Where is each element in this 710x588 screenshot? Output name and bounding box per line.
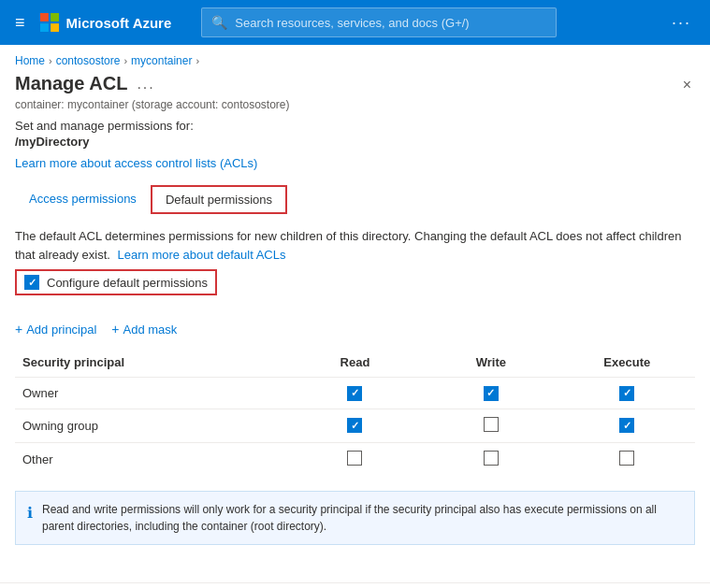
default-acl-description: The default ACL determines permissions f… bbox=[15, 227, 695, 264]
table-row: Other bbox=[15, 442, 695, 476]
breadcrumb-mycontainer[interactable]: mycontainer bbox=[131, 54, 192, 67]
write-checkbox-1[interactable] bbox=[484, 417, 499, 432]
breadcrumb-sep-3: › bbox=[196, 55, 199, 66]
breadcrumb: Home › contosostore › mycontainer › bbox=[0, 45, 710, 73]
add-mask-label: Add mask bbox=[123, 323, 178, 337]
breadcrumb-contosostore[interactable]: contosostore bbox=[56, 54, 121, 67]
panel-more-button[interactable]: ... bbox=[137, 76, 154, 93]
read-checkbox-0[interactable] bbox=[347, 386, 362, 401]
add-principal-button[interactable]: + Add principal bbox=[15, 322, 96, 337]
info-box: ℹ Read and write permissions will only w… bbox=[15, 491, 695, 545]
principal-cell-2: Other bbox=[15, 442, 287, 476]
panel-title-row: Manage ACL ... × bbox=[15, 73, 695, 94]
read-cell-0 bbox=[287, 378, 423, 409]
table-row: Owning group bbox=[15, 409, 695, 442]
execute-cell-1 bbox=[559, 409, 695, 442]
read-cell-1 bbox=[287, 409, 423, 442]
read-checkbox-2[interactable] bbox=[347, 451, 362, 466]
azure-logo: Microsoft Azure bbox=[40, 13, 172, 32]
breadcrumb-home[interactable]: Home bbox=[15, 54, 45, 67]
panel-title: Manage ACL bbox=[15, 73, 127, 94]
write-cell-1 bbox=[423, 409, 558, 442]
write-checkbox-2[interactable] bbox=[484, 451, 499, 466]
add-principal-label: Add principal bbox=[26, 323, 96, 337]
execute-checkbox-2[interactable] bbox=[619, 451, 634, 466]
top-header: ≡ Microsoft Azure 🔍 Search resources, se… bbox=[0, 0, 710, 45]
search-placeholder-text: Search resources, services, and docs (G+… bbox=[235, 16, 469, 30]
add-principal-plus-icon: + bbox=[15, 322, 22, 337]
learn-default-acl-link[interactable]: Learn more about default ACLs bbox=[118, 246, 286, 265]
write-cell-0 bbox=[423, 378, 558, 409]
read-checkbox-1[interactable] bbox=[347, 418, 362, 433]
info-icon: ℹ bbox=[27, 502, 33, 524]
execute-cell-2 bbox=[559, 442, 695, 476]
path-label: /myDirectory bbox=[15, 135, 695, 149]
close-button[interactable]: × bbox=[679, 73, 695, 97]
manage-acl-panel: Manage ACL ... × container: mycontainer … bbox=[0, 73, 710, 575]
permissions-table: Security principal Read Write Execute Ow… bbox=[15, 350, 695, 476]
search-bar[interactable]: 🔍 Search resources, services, and docs (… bbox=[201, 7, 557, 37]
tab-access-permissions[interactable]: Access permissions bbox=[15, 185, 151, 214]
write-cell-2 bbox=[423, 442, 558, 476]
info-text: Read and write permissions will only wor… bbox=[42, 501, 683, 535]
configure-default-label: Configure default permissions bbox=[47, 276, 208, 290]
search-icon: 🔍 bbox=[211, 15, 227, 30]
tab-default-permissions[interactable]: Default permissions bbox=[151, 185, 287, 214]
configure-checkbox-container: Configure default permissions bbox=[15, 269, 695, 308]
execute-checkbox-0[interactable] bbox=[619, 386, 634, 401]
add-mask-button[interactable]: + Add mask bbox=[111, 322, 177, 337]
azure-logo-icon bbox=[40, 13, 59, 32]
breadcrumb-sep-1: › bbox=[49, 55, 52, 66]
configure-default-checkbox-row[interactable]: Configure default permissions bbox=[15, 269, 217, 295]
learn-acl-link[interactable]: Learn more about access control lists (A… bbox=[15, 156, 257, 170]
tabs-container: Access permissions Default permissions bbox=[15, 185, 695, 214]
logo-text: Microsoft Azure bbox=[66, 15, 172, 31]
principal-cell-0: Owner bbox=[15, 378, 287, 409]
execute-cell-0 bbox=[559, 378, 695, 409]
col-header-read: Read bbox=[287, 350, 423, 378]
configure-default-checkbox[interactable] bbox=[24, 275, 39, 290]
write-checkbox-0[interactable] bbox=[484, 386, 499, 401]
col-header-principal: Security principal bbox=[15, 350, 287, 378]
breadcrumb-sep-2: › bbox=[123, 55, 127, 66]
col-header-execute: Execute bbox=[559, 350, 695, 378]
add-mask-plus-icon: + bbox=[111, 322, 119, 337]
header-more-icon[interactable]: ··· bbox=[664, 9, 699, 36]
panel-subtitle: container: mycontainer (storage account:… bbox=[15, 98, 695, 111]
table-row: Owner bbox=[15, 378, 695, 409]
set-manage-label: Set and manage permissions for: bbox=[15, 119, 695, 133]
col-header-write: Write bbox=[423, 350, 558, 378]
read-cell-2 bbox=[287, 442, 423, 476]
execute-checkbox-1[interactable] bbox=[619, 418, 634, 433]
action-buttons-row: + Add principal + Add mask bbox=[15, 322, 695, 337]
footer-divider bbox=[0, 582, 710, 583]
hamburger-icon[interactable]: ≡ bbox=[11, 9, 29, 36]
principal-cell-1: Owning group bbox=[15, 409, 287, 442]
